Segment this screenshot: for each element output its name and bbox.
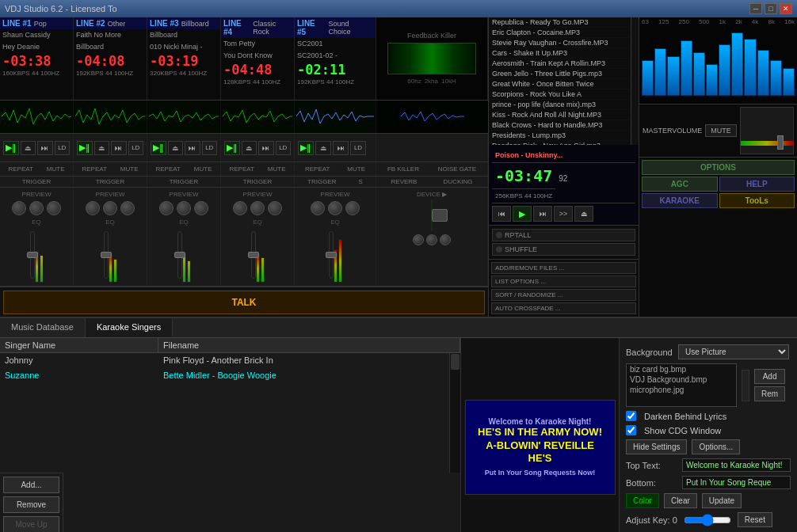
next-4[interactable]: ⏭	[258, 141, 274, 155]
ff-btn[interactable]: >>	[554, 206, 573, 222]
move-up-btn[interactable]: Move Up	[3, 516, 59, 532]
knob-4-mid[interactable]	[250, 201, 265, 215]
singer-row-selected[interactable]: Suzanne Bette Midler - Boogie Woogie	[0, 368, 449, 383]
adjust-key-slider[interactable]	[684, 515, 731, 526]
next-track-btn[interactable]: ⏭	[533, 206, 552, 222]
knob-4-lo[interactable]	[268, 201, 282, 215]
help-button[interactable]: HELP	[719, 177, 795, 192]
load-2[interactable]: LD	[128, 141, 144, 155]
play-pause-5[interactable]: ▶‖	[298, 141, 314, 155]
bg-list-scrollbar[interactable]	[742, 370, 749, 401]
add-singer-btn[interactable]: Add...	[3, 477, 59, 493]
play-pause-4[interactable]: ▶‖	[224, 141, 240, 155]
mute-button[interactable]: MUTE	[705, 124, 737, 137]
playlist-item-1[interactable]: Eric Clapton - Cocaine.MP3	[489, 28, 631, 38]
karaoke-button[interactable]: KARAOKE	[642, 193, 718, 208]
playlist-item-0[interactable]: Republica - Ready To Go.MP3	[489, 17, 631, 28]
minimize-btn[interactable]: ─	[749, 3, 762, 14]
reset-key-btn[interactable]: Reset	[738, 512, 772, 527]
bg-file-3[interactable]: microphone.jpg	[627, 385, 736, 395]
center-knob-2[interactable]	[426, 234, 437, 245]
next-3[interactable]: ⏭	[185, 141, 200, 155]
sort-randomize-btn[interactable]: SORT / RANDOMIZE ...	[491, 289, 636, 301]
fader-thumb-2[interactable]	[101, 252, 112, 258]
fader-thumb-1[interactable]	[27, 252, 38, 258]
tab-music-database[interactable]: Music Database	[0, 318, 86, 337]
load-4[interactable]: LD	[276, 141, 292, 155]
center-knob-3[interactable]	[440, 234, 451, 245]
playlist-item-6[interactable]: Great White - Once Bitten Twice	[489, 79, 631, 89]
playlist-item-5[interactable]: Green Jello - Three Little Pigs.mp3	[489, 69, 631, 79]
list-options-btn[interactable]: LIST OPTIONS ...	[491, 276, 636, 287]
singer-row[interactable]: Johnny Pink Floyd - Another Brick In	[0, 353, 449, 368]
tools-button[interactable]: TooLs	[719, 193, 795, 208]
options-button[interactable]: OPTIONS	[642, 160, 795, 175]
color-btn[interactable]: Color	[626, 493, 659, 508]
rptall-btn[interactable]: RPTALL	[492, 229, 635, 241]
playlist-item-9[interactable]: Kiss - Rock And Roll All Night.MP3	[489, 110, 631, 120]
knob-2-lo[interactable]	[120, 201, 135, 215]
fader-thumb-3[interactable]	[174, 252, 185, 258]
volume-fader-2[interactable]	[104, 231, 109, 279]
eject-2[interactable]: ⏏	[94, 141, 110, 155]
clear-btn[interactable]: Clear	[664, 493, 697, 508]
bg-file-2[interactable]: VDJ Background.bmp	[627, 374, 736, 385]
load-5[interactable]: LD	[350, 141, 366, 155]
eject-4[interactable]: ⏏	[242, 141, 257, 155]
next-1[interactable]: ⏭	[37, 141, 53, 155]
background-select[interactable]: Use Picture	[678, 344, 789, 359]
crossfader-visual[interactable]	[387, 43, 476, 74]
knob-1-hi[interactable]	[12, 201, 26, 215]
singer-list-scrollbar[interactable]	[449, 353, 460, 473]
eject-main-btn[interactable]: ⏏	[574, 206, 593, 222]
knob-4-hi[interactable]	[233, 201, 247, 215]
bg-add-btn[interactable]: Add	[754, 369, 785, 384]
knob-2-mid[interactable]	[103, 201, 117, 215]
agc-button[interactable]: AGC	[642, 177, 718, 192]
options-settings-btn[interactable]: Options...	[692, 439, 740, 454]
playlist-item-2[interactable]: Stevie Ray Vaughan - Crossfire.MP3	[489, 38, 631, 48]
play-pause-1[interactable]: ▶‖	[3, 141, 19, 155]
talk-button[interactable]: TALK	[3, 291, 485, 314]
knob-5-mid[interactable]	[328, 201, 342, 215]
playlist-scrollbar[interactable]	[631, 17, 639, 145]
playlist-item-3[interactable]: Cars - Shake It Up.MP3	[489, 48, 631, 59]
maximize-btn[interactable]: □	[765, 3, 777, 14]
knob-5-lo[interactable]	[345, 201, 360, 215]
main-crossfader[interactable]	[431, 200, 433, 231]
fader-thumb-5[interactable]	[326, 252, 337, 258]
auto-crossfade-btn[interactable]: AUTO CROSSFADE ...	[491, 302, 636, 314]
eject-5[interactable]: ⏏	[315, 141, 331, 155]
playlist-panel[interactable]: Republica - Ready To Go.MP3Eric Clapton …	[489, 17, 631, 145]
close-btn[interactable]: ✕	[780, 3, 792, 14]
volume-fader-1[interactable]	[30, 231, 35, 279]
master-vol-handle[interactable]	[777, 135, 784, 150]
hide-settings-btn[interactable]: Hide Settings	[626, 439, 687, 454]
play-pause-3[interactable]: ▶‖	[151, 141, 166, 155]
next-2[interactable]: ⏭	[111, 141, 127, 155]
add-remove-files-btn[interactable]: ADD/REMOVE FILES ...	[491, 262, 636, 274]
tab-karaoke-singers[interactable]: Karaoke Singers	[86, 318, 173, 337]
load-3[interactable]: LD	[202, 141, 218, 155]
fader-thumb-4[interactable]	[248, 252, 259, 258]
eject-3[interactable]: ⏏	[168, 141, 184, 155]
main-play-btn[interactable]: ▶	[513, 206, 532, 222]
center-knob-1[interactable]	[413, 234, 424, 245]
crossfader-handle[interactable]	[432, 209, 448, 222]
prev-track-btn[interactable]: ⏮	[492, 206, 511, 222]
playlist-item-4[interactable]: Aerosmith - Train Kept A Rollin.MP3	[489, 59, 631, 69]
update-btn[interactable]: Update	[702, 493, 742, 508]
load-1[interactable]: LD	[55, 141, 71, 155]
bg-file-list[interactable]: biz card bg.bmp VDJ Background.bmp micro…	[626, 363, 737, 407]
shuffle-btn[interactable]: SHUFFLE	[492, 243, 635, 256]
play-pause-2[interactable]: ▶‖	[77, 141, 93, 155]
knob-3-lo[interactable]	[194, 201, 208, 215]
playlist-item-7[interactable]: Scorpions - Rock You Like A	[489, 89, 631, 100]
knob-1-lo[interactable]	[47, 201, 61, 215]
volume-fader-4[interactable]	[251, 231, 256, 279]
playlist-item-8[interactable]: prince - pop life (dance mix).mp3	[489, 100, 631, 110]
bg-rem-btn[interactable]: Rem	[754, 386, 785, 401]
knob-1-mid[interactable]	[29, 201, 44, 215]
playlist-item-11[interactable]: Presidents - Lump.mp3	[489, 131, 631, 141]
singer-list[interactable]: Johnny Pink Floyd - Another Brick In Suz…	[0, 353, 449, 473]
